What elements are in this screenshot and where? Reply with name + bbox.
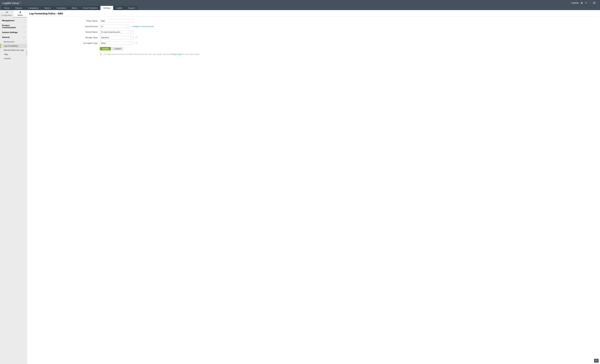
chevron-down-icon bbox=[24, 36, 25, 38]
chat-float-button[interactable] bbox=[594, 359, 599, 363]
brand-text-1: Log360 bbox=[2, 1, 11, 5]
subtab-configuration-label: Configuration bbox=[1, 14, 12, 16]
gear-icon bbox=[5, 11, 8, 14]
sidebar-reload-historical-logs[interactable]: Reload Historical Logs bbox=[0, 48, 27, 52]
chevron-down-icon bbox=[131, 31, 133, 33]
info-icon bbox=[100, 53, 102, 56]
row-policy-name: Policy Name bbox=[27, 19, 600, 23]
label-bucket-name: Bucket Name bbox=[27, 31, 100, 33]
select-encryption-type-value: None bbox=[100, 42, 130, 45]
sidebar-management[interactable]: Management bbox=[0, 18, 27, 23]
form: Policy Name Cloud Account LF Configure C… bbox=[27, 17, 600, 56]
sidebar-license[interactable]: License bbox=[0, 56, 27, 60]
chevron-down-icon bbox=[131, 36, 133, 39]
input-policy-name[interactable] bbox=[100, 19, 134, 23]
subtabs-row: Configuration Admin Log Forwarding Polic… bbox=[0, 10, 600, 17]
brand-text-2: Cloud bbox=[12, 1, 19, 5]
row-cloud-account: Cloud Account LF Configure Cloud Account bbox=[27, 25, 600, 28]
sidebar-log-forwarding[interactable]: Log Forwarding bbox=[0, 44, 27, 48]
chevron-down-icon bbox=[128, 25, 130, 28]
select-bucket-name-value: 01-log-forwarding-dev bbox=[100, 30, 130, 34]
sidebar-my-account[interactable]: My Account bbox=[0, 40, 27, 44]
select-storage-class[interactable]: Standard bbox=[100, 36, 134, 39]
admin-user-icon bbox=[19, 11, 22, 14]
nav-alerts[interactable]: Alerts bbox=[69, 6, 80, 10]
select-bucket-name-toggle[interactable] bbox=[130, 30, 133, 34]
nav-home[interactable]: Home bbox=[1, 6, 12, 10]
svg-point-2 bbox=[20, 11, 20, 12]
subtab-admin-label: Admin bbox=[18, 14, 23, 16]
chevron-down-icon bbox=[131, 42, 133, 44]
nav-search[interactable]: Search bbox=[42, 6, 53, 10]
select-encryption-type-toggle[interactable] bbox=[130, 42, 133, 45]
select-cloud-account-value: LF bbox=[100, 25, 127, 28]
link-configure-cloud-account[interactable]: Configure Cloud Account bbox=[132, 25, 154, 28]
nav-correlation[interactable]: Correlation bbox=[54, 6, 69, 10]
row-bucket-name: Bucket Name 01-log-forwarding-dev bbox=[27, 30, 600, 34]
brand: Log360 Cloud bbox=[2, 1, 22, 5]
sidebar-product-customization-label: Product Customization bbox=[2, 24, 24, 28]
topbar-right: License ? bbox=[571, 1, 598, 5]
chevron-right-icon bbox=[24, 25, 25, 28]
label-policy-name: Policy Name bbox=[27, 20, 100, 22]
nav-cloud-protection[interactable]: Cloud Protection bbox=[80, 6, 100, 10]
content: Policy Name Cloud Account LF Configure C… bbox=[27, 17, 600, 364]
nav-reports[interactable]: Reports bbox=[12, 6, 25, 10]
license-link[interactable]: License bbox=[571, 2, 578, 4]
subtabs: Configuration Admin bbox=[0, 10, 27, 17]
select-encryption-type[interactable]: None bbox=[100, 41, 134, 45]
update-button[interactable]: Update bbox=[100, 47, 111, 50]
sidebar-system-settings[interactable]: System Settings bbox=[0, 30, 27, 35]
nav-support[interactable]: Support bbox=[125, 6, 138, 10]
brand-logo-icon bbox=[19, 1, 22, 4]
help-menu[interactable]: ? bbox=[585, 1, 588, 4]
main-nav: Home Reports Compliance Search Correlati… bbox=[0, 6, 600, 10]
layout: Management Product Customization System … bbox=[0, 17, 600, 364]
profile-menu[interactable] bbox=[593, 1, 598, 5]
button-row: Update Cancel bbox=[27, 47, 600, 50]
sidebar-tags[interactable]: Tags bbox=[0, 52, 27, 56]
select-cloud-account[interactable]: LF bbox=[100, 25, 130, 28]
page-title-wrap: Log Forwarding Policy - AWS bbox=[27, 10, 600, 17]
chevron-right-icon bbox=[24, 19, 25, 22]
help-storage-class-icon[interactable] bbox=[135, 36, 138, 39]
select-cloud-account-toggle[interactable] bbox=[127, 25, 130, 28]
select-storage-class-toggle[interactable] bbox=[130, 36, 133, 39]
chevron-right-icon bbox=[24, 31, 25, 33]
svg-rect-10 bbox=[595, 360, 597, 361]
row-encryption-type: Encryption Type None bbox=[27, 41, 600, 45]
notifications-icon[interactable] bbox=[581, 2, 583, 4]
note-text: The data will be stored in the AWS S3 bu… bbox=[103, 53, 200, 55]
sidebar-general-label: General bbox=[2, 36, 9, 38]
sidebar-system-settings-label: System Settings bbox=[2, 31, 18, 33]
subtab-configuration[interactable]: Configuration bbox=[0, 10, 14, 17]
note-pre: The data will be stored in the AWS S3 bu… bbox=[103, 53, 171, 55]
sidebar: Management Product Customization System … bbox=[0, 17, 27, 364]
page-title: Log Forwarding Policy - AWS bbox=[29, 12, 598, 17]
label-encryption-type: Encryption Type bbox=[27, 42, 100, 44]
select-bucket-name[interactable]: 01-log-forwarding-dev bbox=[100, 30, 134, 34]
chat-icon bbox=[595, 359, 598, 362]
cancel-button[interactable]: Cancel bbox=[112, 47, 123, 50]
sidebar-product-customization[interactable]: Product Customization bbox=[0, 23, 27, 30]
note-post: for more information. bbox=[182, 53, 200, 55]
svg-point-9 bbox=[101, 54, 101, 54]
nav-settings[interactable]: Settings bbox=[101, 6, 113, 10]
sidebar-general[interactable]: General bbox=[0, 35, 27, 40]
sidebar-management-label: Management bbox=[2, 19, 14, 22]
subtab-admin[interactable]: Admin bbox=[14, 10, 27, 17]
sidebar-collapse-handle[interactable] bbox=[26, 51, 27, 56]
privacy-note-link[interactable]: Privacy Note bbox=[171, 53, 182, 55]
select-storage-class-value: Standard bbox=[100, 36, 130, 39]
nav-logme[interactable]: LogMe bbox=[113, 6, 125, 10]
svg-point-1 bbox=[594, 2, 595, 3]
row-storage-class: Storage Class Standard bbox=[27, 36, 600, 39]
nav-compliance[interactable]: Compliance bbox=[25, 6, 41, 10]
top-bar: Log360 Cloud License ? bbox=[0, 0, 600, 6]
note-row: The data will be stored in the AWS S3 bu… bbox=[27, 53, 600, 56]
label-storage-class: Storage Class bbox=[27, 37, 100, 38]
label-cloud-account: Cloud Account bbox=[27, 25, 100, 28]
help-encryption-type-icon[interactable] bbox=[135, 42, 138, 44]
